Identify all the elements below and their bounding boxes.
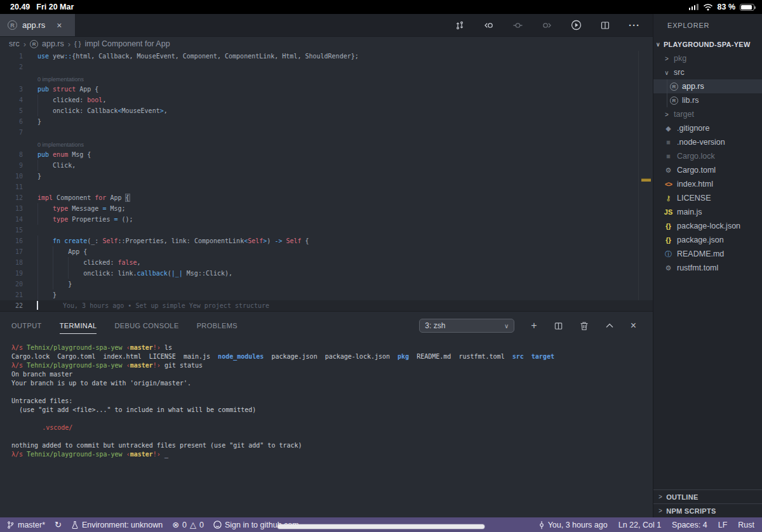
code-line[interactable]: 18 clicked: false, bbox=[0, 257, 653, 268]
breadcrumb-src[interactable]: src bbox=[9, 39, 20, 48]
tab-app-rs[interactable]: R app.rs × bbox=[0, 14, 75, 36]
tree-item-rustfmt-toml[interactable]: ⚙rustfmt.toml bbox=[653, 261, 762, 275]
license-key-icon: ⚷ bbox=[664, 194, 673, 203]
panel-tab-terminal[interactable]: TERMINAL bbox=[60, 318, 97, 334]
code-line[interactable]: 20 } bbox=[0, 279, 653, 289]
token: false bbox=[117, 259, 137, 266]
code-line[interactable]: 13 type Message = Msg; bbox=[0, 203, 653, 214]
code-line[interactable]: 17 App { bbox=[0, 246, 653, 257]
tree-item-cargo-lock[interactable]: ≡Cargo.lock bbox=[653, 149, 762, 163]
blame-item[interactable]: You, 3 hours ago bbox=[538, 521, 608, 529]
codelens-row[interactable]: 0 implementations bbox=[0, 138, 653, 149]
rust-file-icon: R bbox=[670, 83, 678, 91]
line-number: 11 bbox=[0, 182, 23, 192]
code-editor[interactable]: 1use yew::{html, Callback, MouseEvent, C… bbox=[0, 51, 653, 311]
codelens-row[interactable]: 0 implementations bbox=[0, 72, 653, 84]
token: :: bbox=[64, 53, 72, 60]
code-line[interactable]: 16 fn create(_: Self::Properties, link: … bbox=[0, 236, 653, 246]
tree-item--node-version[interactable]: ≡.node-version bbox=[653, 135, 762, 149]
code-line[interactable]: 7 bbox=[0, 127, 653, 138]
tree-item-readme-md[interactable]: ⓘREADME.md bbox=[653, 247, 762, 261]
panel-tab-output[interactable]: OUTPUT bbox=[11, 318, 42, 334]
breadcrumb-file[interactable]: app.rs bbox=[42, 39, 64, 48]
navigate-back-icon[interactable] bbox=[483, 20, 494, 30]
line-number: 18 bbox=[0, 257, 23, 268]
indentation-item[interactable]: Spaces: 4 bbox=[672, 521, 707, 529]
tree-item-src[interactable]: ∨src bbox=[653, 65, 762, 79]
code-line[interactable]: 12impl Component for App { bbox=[0, 192, 653, 203]
navigate-previous-icon[interactable] bbox=[512, 20, 523, 30]
close-tab-icon[interactable]: × bbox=[57, 20, 62, 30]
environment-item[interactable]: Environment: unknown bbox=[71, 521, 163, 529]
token: App { bbox=[76, 86, 98, 93]
terminal-line: Your branch is up to date with 'origin/m… bbox=[11, 379, 653, 388]
terminal-token: Untracked files: bbox=[11, 397, 72, 404]
code-line[interactable]: 14 type Properties = (); bbox=[0, 214, 653, 225]
code-line[interactable]: 9 Click, bbox=[0, 160, 653, 171]
tree-item-license[interactable]: ⚷LICENSE bbox=[653, 191, 762, 205]
code-line[interactable]: 19 onclick: link.callback(|_| Msg::Click… bbox=[0, 268, 653, 279]
code-text: } bbox=[37, 171, 41, 182]
code-line[interactable]: 5 onclick: Callback<MouseEvent>, bbox=[0, 105, 653, 116]
code-line[interactable]: 3pub struct App { bbox=[0, 84, 653, 95]
sync-changes-icon[interactable]: ↻ bbox=[55, 520, 62, 529]
tree-item-cargo-toml[interactable]: ⚙Cargo.toml bbox=[653, 163, 762, 177]
npm-scripts-section[interactable]: > NPM SCRIPTS bbox=[653, 503, 762, 517]
tree-item-target[interactable]: >target bbox=[653, 107, 762, 121]
more-actions-icon[interactable]: ··· bbox=[629, 20, 640, 30]
token: yew bbox=[49, 53, 64, 60]
split-terminal-icon[interactable] bbox=[554, 321, 563, 331]
tree-item-index-html[interactable]: <>index.html bbox=[653, 177, 762, 191]
new-terminal-icon[interactable]: + bbox=[531, 321, 537, 331]
token: , bbox=[102, 96, 106, 103]
json-file-icon: {} bbox=[664, 222, 673, 230]
navigate-forward-icon[interactable] bbox=[542, 20, 552, 30]
panel-tab-debug-console[interactable]: DEBUG CONSOLE bbox=[114, 318, 178, 334]
tree-item--gitignore[interactable]: ◆.gitignore bbox=[653, 121, 762, 135]
tree-item-package-json[interactable]: {}package.json bbox=[653, 233, 762, 247]
home-indicator[interactable] bbox=[277, 524, 485, 529]
source-control-compare-icon[interactable] bbox=[455, 20, 465, 30]
eol-item[interactable]: LF bbox=[718, 521, 728, 529]
language-mode-item[interactable]: Rust bbox=[738, 521, 754, 529]
git-branch-item[interactable]: master* bbox=[6, 521, 45, 529]
token: Self bbox=[248, 237, 263, 244]
panel-controls: 3: zsh ∨ + × bbox=[419, 319, 653, 333]
chevron-right-icon: › bbox=[23, 39, 26, 49]
tree-item-label: pkg bbox=[674, 54, 686, 63]
project-section-header[interactable]: ∨ PLAYGROUND-SPA-YEW bbox=[653, 37, 762, 51]
outline-section[interactable]: > OUTLINE bbox=[653, 489, 762, 503]
code-line[interactable]: 6} bbox=[0, 116, 653, 127]
code-line[interactable]: 1use yew::{html, Callback, MouseEvent, C… bbox=[0, 51, 653, 62]
tree-item-app-rs[interactable]: Rapp.rs bbox=[653, 79, 762, 93]
tree-item-lib-rs[interactable]: Rlib.rs bbox=[653, 93, 762, 107]
code-line[interactable]: 10} bbox=[0, 171, 653, 182]
terminal-select[interactable]: 3: zsh ∨ bbox=[419, 319, 514, 333]
code-line[interactable]: 4 clicked: bool, bbox=[0, 95, 653, 105]
token: onclick: link. bbox=[37, 270, 137, 277]
html-file-icon: <> bbox=[664, 180, 673, 188]
split-editor-icon[interactable] bbox=[600, 20, 610, 30]
terminal-output[interactable]: λ/s Tehnix/playground-spa-yew ‹master!› … bbox=[0, 340, 653, 459]
tree-item-main-js[interactable]: JSmain.js bbox=[653, 205, 762, 219]
project-name: PLAYGROUND-SPA-YEW bbox=[664, 41, 751, 48]
line-number: 22 bbox=[0, 300, 23, 311]
kill-terminal-trash-icon[interactable] bbox=[580, 321, 589, 331]
code-line[interactable]: 22You, 3 hours ago • Set up simple Yew p… bbox=[0, 300, 653, 311]
tree-item-package-lock-json[interactable]: {}package-lock.json bbox=[653, 219, 762, 233]
breadcrumb-symbol[interactable]: impl Component for App bbox=[85, 39, 170, 48]
run-debug-icon[interactable] bbox=[571, 20, 582, 30]
code-line[interactable]: 15 bbox=[0, 225, 653, 236]
tree-item-pkg[interactable]: >pkg bbox=[653, 51, 762, 65]
cursor-position-item[interactable]: Ln 22, Col 1 bbox=[618, 521, 661, 529]
code-line[interactable]: 8pub enum Msg { bbox=[0, 149, 653, 160]
panel-tab-problems[interactable]: PROBLEMS bbox=[197, 318, 237, 334]
close-panel-icon[interactable]: × bbox=[631, 321, 636, 331]
code-line[interactable]: 21 } bbox=[0, 289, 653, 300]
maximize-panel-icon[interactable] bbox=[605, 322, 614, 329]
problems-item[interactable]: ⊗ 0 △ 0 bbox=[172, 520, 204, 529]
code-line[interactable]: 11 bbox=[0, 182, 653, 192]
line-number: 16 bbox=[0, 236, 23, 246]
line-number: 9 bbox=[0, 160, 23, 171]
code-line[interactable]: 2 bbox=[0, 62, 653, 72]
